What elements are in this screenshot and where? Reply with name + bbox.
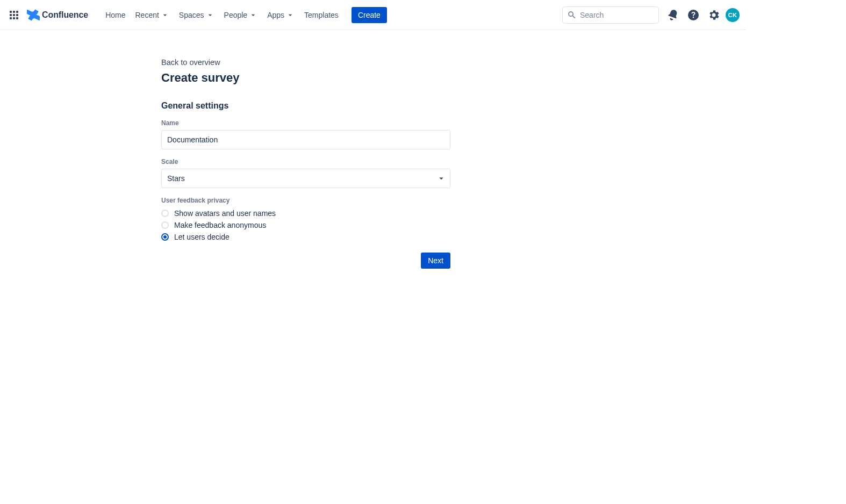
svg-rect-1: [13, 11, 15, 13]
confluence-logo-text: Confluence: [42, 10, 88, 20]
privacy-option-show[interactable]: Show avatars and user names: [161, 207, 450, 219]
main-content: Back to overview Create survey General s…: [0, 30, 746, 442]
back-to-overview-link[interactable]: Back to overview: [161, 58, 220, 67]
chevron-down-icon: [206, 11, 214, 19]
privacy-radio-group: Show avatars and user names Make feedbac…: [161, 207, 450, 243]
scale-label: Scale: [161, 158, 450, 165]
help-button[interactable]: [685, 6, 702, 24]
nav-spaces[interactable]: Spaces: [175, 8, 219, 23]
nav-people[interactable]: People: [220, 8, 262, 23]
notifications-button[interactable]: [664, 6, 682, 24]
radio-label: Let users decide: [174, 233, 230, 241]
nav-templates[interactable]: Templates: [300, 8, 343, 23]
svg-rect-3: [10, 14, 12, 16]
radio-label: Make feedback anonymous: [174, 221, 266, 229]
privacy-option-let-users-decide[interactable]: Let users decide: [161, 231, 450, 243]
nav-recent[interactable]: Recent: [131, 8, 173, 23]
section-general-settings: General settings: [161, 101, 450, 111]
user-avatar[interactable]: CK: [726, 8, 740, 22]
page-title: Create survey: [161, 71, 450, 85]
chevron-down-icon: [161, 11, 169, 19]
svg-rect-8: [16, 17, 18, 19]
radio-icon: [161, 233, 169, 241]
svg-rect-4: [13, 14, 15, 16]
chevron-down-icon: [286, 11, 295, 19]
bell-icon: [666, 9, 679, 21]
name-label: Name: [161, 119, 450, 127]
gear-icon: [707, 9, 720, 21]
svg-rect-0: [10, 11, 12, 13]
help-icon: [687, 9, 700, 21]
next-button[interactable]: Next: [421, 253, 450, 269]
nav-home[interactable]: Home: [101, 8, 130, 23]
settings-button[interactable]: [705, 6, 722, 24]
search-field[interactable]: [562, 6, 659, 24]
search-input[interactable]: [577, 7, 658, 23]
create-button[interactable]: Create: [352, 7, 387, 23]
privacy-option-anonymous[interactable]: Make feedback anonymous: [161, 219, 450, 231]
svg-rect-2: [16, 11, 18, 13]
confluence-logo[interactable]: Confluence: [27, 9, 88, 21]
search-icon: [567, 10, 577, 20]
nav-apps[interactable]: Apps: [263, 8, 299, 23]
radio-label: Show avatars and user names: [174, 209, 276, 218]
app-switcher-icon: [8, 9, 20, 21]
radio-icon: [161, 221, 169, 229]
svg-rect-6: [10, 17, 12, 19]
privacy-label: User feedback privacy: [161, 197, 450, 204]
svg-rect-7: [13, 17, 15, 19]
scale-select[interactable]: Stars: [161, 169, 450, 188]
app-switcher-button[interactable]: [5, 6, 23, 24]
survey-name-input[interactable]: [161, 130, 450, 149]
svg-rect-5: [16, 14, 18, 16]
top-nav: Confluence Home Recent Spaces People App…: [0, 0, 746, 30]
chevron-down-icon: [249, 11, 257, 19]
radio-icon: [161, 210, 169, 217]
confluence-logo-icon: [27, 9, 40, 21]
